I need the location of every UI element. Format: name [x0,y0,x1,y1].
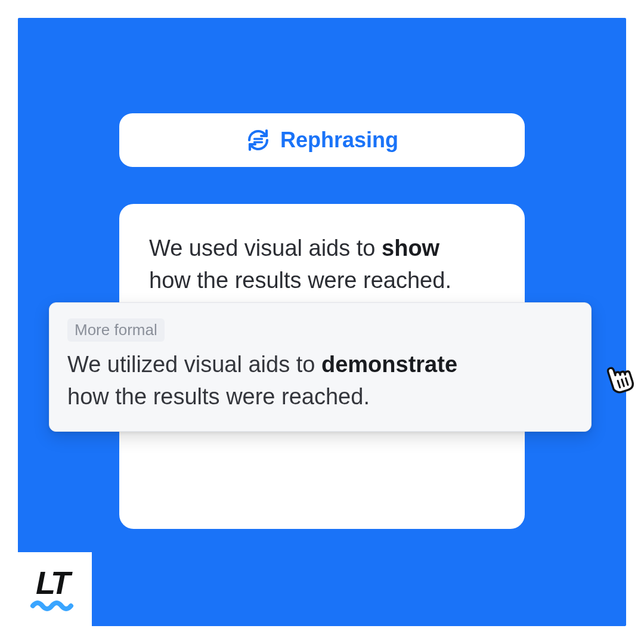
pointer-cursor-icon [597,358,639,402]
original-pre: We used visual aids to [149,236,382,261]
suggestion-pre: We utilized visual aids to [67,352,321,377]
brand-logo: L T [18,552,92,626]
svg-text:T: T [51,565,73,600]
original-bold: show [382,236,439,261]
rephrase-icon [246,128,271,153]
app-canvas: Rephrasing We used visual aids to show h… [0,0,644,644]
original-line2: how the results were reached. [149,268,451,293]
rephrasing-header: Rephrasing [119,113,525,167]
background-field: Rephrasing We used visual aids to show h… [18,18,626,626]
header-label: Rephrasing [280,128,398,153]
suggestion-panel[interactable]: More formal We utilized visual aids to d… [49,302,592,432]
suggestion-sentence: We utilized visual aids to demonstrate h… [67,349,573,413]
suggestion-line2: how the results were reached. [67,384,370,409]
suggestion-bold: demonstrate [321,352,457,377]
original-sentence: We used visual aids to show how the resu… [149,233,495,297]
suggestion-tag: More formal [67,318,165,342]
